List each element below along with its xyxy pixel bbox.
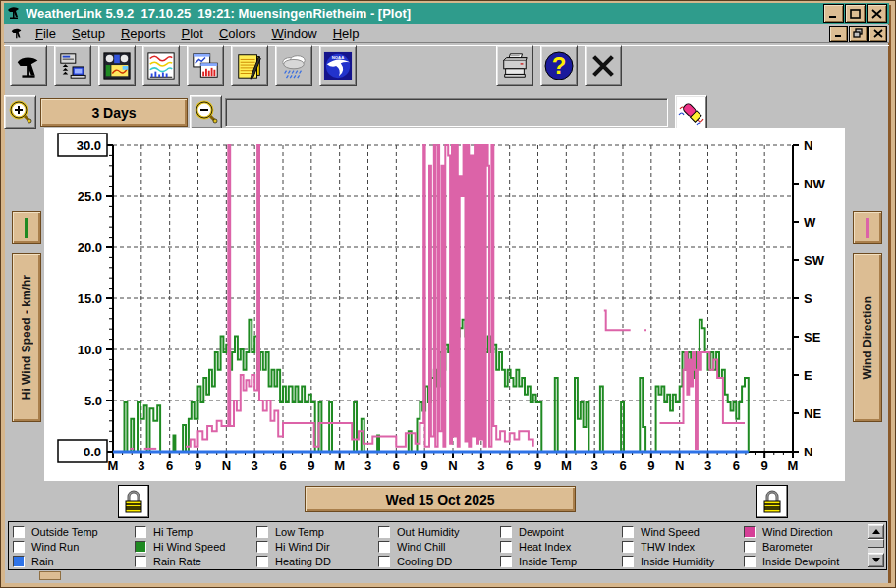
checkbox-hi-temp[interactable]: [135, 526, 146, 538]
minimize-button[interactable]: [823, 4, 844, 23]
checkbox-inside-humidity[interactable]: [622, 556, 634, 567]
lock-left-button[interactable]: [118, 485, 149, 518]
menu-item-window[interactable]: Window: [263, 26, 324, 42]
svg-text:6: 6: [166, 458, 173, 473]
svg-text:E: E: [804, 368, 812, 383]
range-display-field: [225, 98, 668, 127]
mdi-restore-button[interactable]: [849, 26, 868, 42]
legend-item-heat-index: Heat Index: [500, 540, 622, 554]
checkbox-thw-index[interactable]: [622, 541, 634, 553]
checkbox-wind-direction[interactable]: [744, 526, 756, 538]
download-button[interactable]: [54, 45, 91, 86]
rain-summary-button[interactable]: [275, 45, 312, 86]
zoom-out-icon: [194, 99, 219, 125]
legend-item-heating-dd: Heating DD: [256, 555, 378, 568]
checkbox-hi-wind-speed[interactable]: [135, 541, 146, 553]
plot-button[interactable]: [142, 45, 180, 86]
right-axis-title: Wind Direction: [861, 296, 874, 380]
svg-text:M: M: [108, 458, 119, 473]
legend-scrollbar[interactable]: [868, 524, 884, 567]
svg-text:6: 6: [279, 458, 286, 473]
svg-text:6: 6: [619, 458, 626, 473]
svg-text:5.0: 5.0: [84, 394, 102, 408]
menu-item-plot[interactable]: Plot: [173, 26, 210, 42]
strip-charts-button[interactable]: [187, 45, 224, 86]
lock-right-button[interactable]: [756, 485, 788, 518]
legend-label-thw-index: THW Index: [641, 541, 695, 553]
bulletin-button[interactable]: [98, 45, 136, 86]
hi-wind-speed-color-chip: [25, 218, 28, 238]
erase-plot-button[interactable]: [675, 95, 707, 130]
checkbox-wind-chill[interactable]: [378, 541, 390, 553]
plot-panel[interactable]: M369N369M369N369M369N369M25.020.015.010.…: [44, 128, 845, 481]
svg-text:9: 9: [534, 458, 541, 473]
legend-item-inside-temp: Inside Temp: [500, 555, 622, 568]
legend-label-heat-index: Heat Index: [519, 541, 571, 553]
zoom-in-button[interactable]: [4, 95, 36, 129]
notes-button[interactable]: [231, 45, 268, 86]
window-title: WeatherLink 5.9.2 17.10.25 19:21: Muensi…: [26, 6, 822, 21]
legend-label-rain-rate: Rain Rate: [153, 556, 201, 567]
menu-item-reports[interactable]: Reports: [113, 26, 174, 42]
plot-window-icon[interactable]: [8, 26, 26, 41]
mdi-minimize-button[interactable]: [829, 26, 848, 42]
bottom-strip: [5, 570, 887, 583]
svg-text:M: M: [334, 458, 345, 473]
menu-item-setup[interactable]: Setup: [64, 26, 113, 42]
checkbox-outside-temp[interactable]: [13, 526, 25, 538]
left-series-color-button[interactable]: [12, 211, 41, 244]
checkbox-rain-rate[interactable]: [135, 556, 146, 567]
legend-scroll-thumb[interactable]: [868, 539, 884, 548]
checkbox-wind-run[interactable]: [13, 541, 25, 553]
print-button[interactable]: [496, 45, 533, 86]
legend-scroll-up-button[interactable]: [868, 524, 884, 539]
help-button[interactable]: ?: [540, 45, 578, 86]
checkbox-low-temp[interactable]: [256, 526, 268, 538]
checkbox-barometer[interactable]: [744, 541, 756, 553]
right-axis-title-button[interactable]: Wind Direction: [853, 253, 882, 422]
close-plot-button[interactable]: [585, 45, 622, 86]
svg-text:15.0: 15.0: [78, 292, 102, 306]
legend-label-hi-wind-dir: Hi Wind Dir: [275, 541, 330, 553]
svg-text:30.0: 30.0: [77, 138, 101, 153]
zoom-out-button[interactable]: [190, 95, 222, 129]
date-button[interactable]: Wed 15 Oct 2025: [305, 486, 576, 512]
download-icon: [58, 51, 87, 80]
svg-text:M: M: [788, 458, 799, 473]
left-axis-title-button[interactable]: Hi Wind Speed - km/hr: [12, 253, 41, 422]
checkbox-heating-dd[interactable]: [256, 556, 268, 567]
checkbox-wind-speed[interactable]: [622, 526, 634, 538]
noaa-icon: NOAA: [323, 51, 353, 80]
checkbox-heat-index[interactable]: [500, 541, 512, 553]
maximize-button[interactable]: [845, 4, 866, 23]
legend-grid: Outside TempWind RunRainHi TempHi Wind S…: [13, 524, 866, 569]
menu-items: FileSetupReportsPlotColorsWindowHelp: [28, 25, 366, 42]
left-axis-title: Hi Wind Speed - km/hr: [20, 275, 33, 400]
legend-label-wind-direction: Wind Direction: [762, 526, 833, 538]
right-series-color-button[interactable]: [853, 211, 882, 244]
time-range-button[interactable]: 3 Days: [40, 98, 188, 127]
menu-item-file[interactable]: File: [28, 26, 64, 42]
checkbox-inside-temp[interactable]: [500, 556, 512, 567]
legend-label-wind-chill: Wind Chill: [397, 541, 446, 553]
noaa-summary-button[interactable]: NOAA: [319, 45, 357, 86]
checkbox-rain[interactable]: [13, 556, 25, 567]
close-button[interactable]: [867, 4, 887, 23]
legend-item-cooling-dd: Cooling DD: [378, 555, 500, 568]
checkbox-hi-wind-dir[interactable]: [256, 541, 268, 553]
menu-item-help[interactable]: Help: [325, 26, 367, 42]
legend-scroll-down-button[interactable]: [868, 553, 884, 567]
weather-station-button[interactable]: [10, 45, 47, 86]
plot-icon: [146, 51, 176, 80]
mdi-close-button[interactable]: [868, 26, 887, 42]
mdi-controls: [828, 26, 887, 42]
svg-text:SE: SE: [804, 330, 821, 345]
checkbox-dewpoint[interactable]: [500, 526, 512, 538]
bulletin-icon: [102, 51, 132, 80]
checkbox-inside-dewpoint[interactable]: [744, 556, 756, 567]
checkbox-cooling-dd[interactable]: [378, 556, 390, 567]
menu-bar: FileSetupReportsPlotColorsWindowHelp: [4, 25, 889, 42]
menu-item-colors[interactable]: Colors: [211, 26, 264, 42]
checkbox-out-humidity[interactable]: [378, 526, 390, 538]
svg-text:?: ?: [552, 52, 567, 79]
